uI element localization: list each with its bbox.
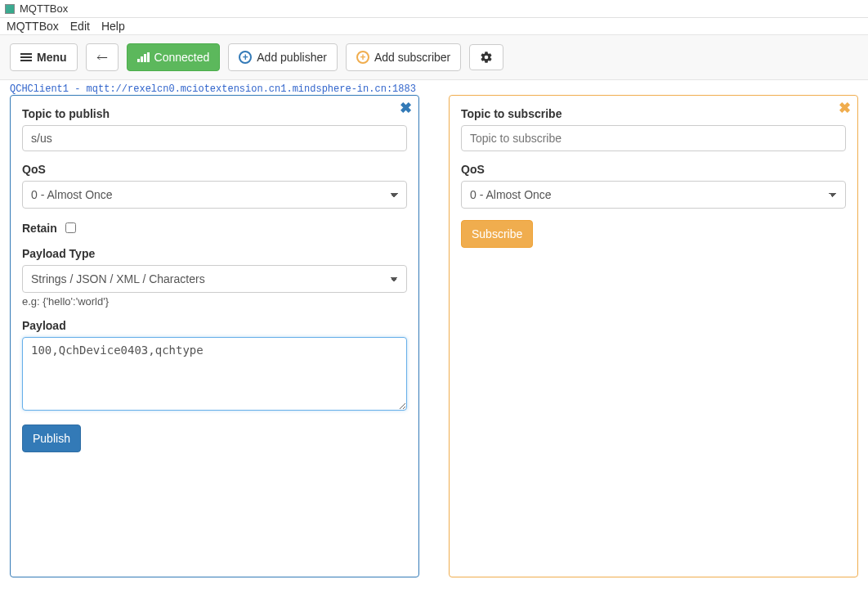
connected-label: Connected — [154, 50, 210, 65]
settings-button[interactable] — [469, 44, 503, 70]
menu-button[interactable]: Menu — [10, 43, 78, 71]
menubar: MQTTBox Edit Help — [0, 18, 868, 35]
subscribe-qos-select[interactable]: 0 - Almost Once — [461, 181, 846, 209]
menu-help[interactable]: Help — [101, 20, 125, 33]
signal-icon — [137, 52, 150, 62]
menu-app[interactable]: MQTTBox — [7, 20, 59, 33]
subscribe-button[interactable]: Subscribe — [461, 220, 533, 248]
payload-label: Payload — [22, 319, 407, 332]
close-icon[interactable]: ✖ — [400, 99, 412, 117]
gear-icon — [480, 51, 493, 64]
plus-icon: + — [239, 51, 252, 64]
publish-topic-label: Topic to publish — [22, 107, 407, 120]
add-publisher-button[interactable]: + Add publisher — [228, 43, 338, 71]
payload-type-select[interactable]: Strings / JSON / XML / Characters — [22, 265, 407, 293]
arrow-left-icon: 🡐 — [96, 50, 108, 65]
panels-row: ✖ Topic to publish QoS 0 - Almost Once R… — [0, 95, 868, 587]
payload-type-label: Payload Type — [22, 247, 407, 260]
add-subscriber-label: Add subscriber — [374, 50, 450, 65]
toolbar: Menu 🡐 Connected + Add publisher + Add s… — [0, 35, 868, 80]
plus-icon: + — [356, 51, 369, 64]
subscribe-qos-label: QoS — [461, 163, 846, 176]
app-icon — [5, 4, 15, 14]
payload-textarea[interactable]: 100,QchDevice0403,qchtype — [22, 337, 407, 411]
back-button[interactable]: 🡐 — [86, 43, 119, 71]
publish-qos-select[interactable]: 0 - Almost Once — [22, 181, 407, 209]
payload-type-hint: e.g: {'hello':'world'} — [22, 295, 407, 308]
connection-string: QCHClient1 - mqtt://rexelcn0.mciotextens… — [0, 80, 868, 95]
subscribe-panel: ✖ Topic to subscribe QoS 0 - Almost Once… — [449, 95, 858, 577]
add-publisher-label: Add publisher — [257, 50, 327, 65]
subscribe-topic-label: Topic to subscribe — [461, 107, 846, 120]
window-title: MQTTBox — [20, 2, 68, 15]
add-subscriber-button[interactable]: + Add subscriber — [346, 43, 461, 71]
publish-topic-input[interactable] — [22, 125, 407, 151]
menu-button-label: Menu — [37, 50, 67, 65]
publish-qos-label: QoS — [22, 163, 407, 176]
publish-panel: ✖ Topic to publish QoS 0 - Almost Once R… — [10, 95, 419, 577]
hamburger-icon — [20, 53, 32, 61]
close-icon[interactable]: ✖ — [839, 99, 851, 117]
connected-button[interactable]: Connected — [127, 43, 221, 71]
publish-button[interactable]: Publish — [22, 425, 81, 452]
menu-edit[interactable]: Edit — [70, 20, 90, 33]
subscribe-topic-input[interactable] — [461, 125, 846, 151]
retain-checkbox[interactable] — [65, 222, 76, 233]
retain-label: Retain — [22, 222, 57, 235]
titlebar: MQTTBox — [0, 0, 868, 18]
